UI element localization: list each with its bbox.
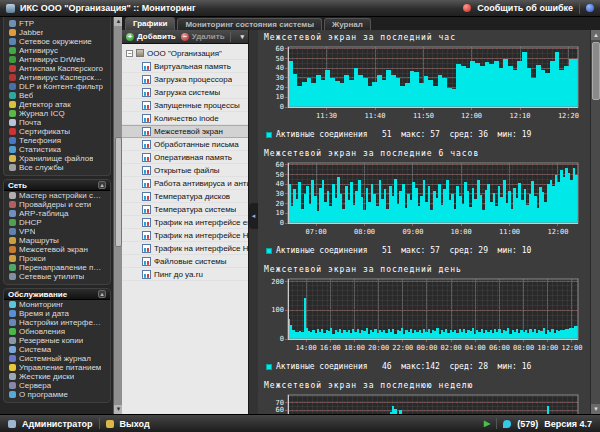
sidebar-scrollbar[interactable]: ▲ ▼ bbox=[113, 17, 122, 414]
tree-item[interactable]: Виртуальная память bbox=[122, 60, 248, 73]
tree-item[interactable]: Запущенные процессы bbox=[122, 99, 248, 112]
charts-scrollbar-thumb[interactable] bbox=[592, 42, 600, 100]
tree-item[interactable]: Загрузка системы bbox=[122, 86, 248, 99]
sidebar-item-firewall[interactable]: Межсетевой экран bbox=[4, 245, 110, 254]
sidebar-item-antivirus[interactable]: Антивирус bbox=[4, 46, 110, 55]
sidebar-item-statistics[interactable]: Статистика bbox=[4, 145, 110, 154]
add-button[interactable]: + Добавить bbox=[126, 32, 176, 41]
sidebar-item-servers[interactable]: Сервера bbox=[4, 381, 110, 390]
tree-item[interactable]: Открытые файлы bbox=[122, 164, 248, 177]
tree-item[interactable]: Трафик на интерфейсе Новый провайдер ( bbox=[122, 242, 248, 255]
remove-button[interactable]: − Удалить bbox=[181, 32, 225, 41]
collapse-section-icon[interactable]: ▴ bbox=[98, 181, 106, 189]
sidebar-item-vpn[interactable]: VPN bbox=[4, 227, 110, 236]
sidebar-item-icq-log[interactable]: Журнал ICQ bbox=[4, 109, 110, 118]
sidebar-section-header[interactable]: Обслуживание▴ bbox=[4, 289, 110, 300]
current-user-button[interactable]: Администратор bbox=[22, 419, 93, 429]
sidebar-item-backups[interactable]: Резервные копии bbox=[4, 336, 110, 345]
sidebar-item-proxy[interactable]: Прокси bbox=[4, 254, 110, 263]
charts-scrollbar[interactable]: ▲ ▼ bbox=[590, 30, 600, 414]
sidebar-scrollbar-thumb[interactable] bbox=[115, 137, 122, 247]
splitter-collapse-handle[interactable]: ◂ bbox=[249, 203, 258, 229]
sidebar-item-mail[interactable]: Почта bbox=[4, 118, 110, 127]
sidebar-item-port-forwarding[interactable]: Перенаправление портов bbox=[4, 263, 110, 272]
sidebar-item-label: Антиспам Касперского bbox=[19, 64, 103, 73]
svg-text:06:00: 06:00 bbox=[489, 344, 510, 352]
svg-text:60: 60 bbox=[276, 406, 284, 414]
tab-мониторинг[interactable]: Мониторинг состояния системы bbox=[177, 18, 322, 30]
tree-item[interactable]: Количество inode bbox=[122, 112, 248, 125]
sidebar-item-file-storage[interactable]: Хранилище файлов bbox=[4, 154, 110, 163]
sidebar-item-power-management[interactable]: Управление питанием bbox=[4, 363, 110, 372]
charts-panel: Межсетевой экран за последний час0102030… bbox=[258, 30, 590, 414]
chart-title: Межсетевой экран за последний час bbox=[262, 32, 590, 43]
tree-item[interactable]: Обработанные письма bbox=[122, 138, 248, 151]
svg-text:10:00: 10:00 bbox=[451, 228, 472, 236]
sidebar-item-web[interactable]: Веб bbox=[4, 91, 110, 100]
tree-item[interactable]: Работа антивируса и антиспама bbox=[122, 177, 248, 190]
tree-item[interactable]: Оперативная память bbox=[122, 151, 248, 164]
sidebar-item-kaspersky-antispam[interactable]: Антиспам Касперского bbox=[4, 64, 110, 73]
sidebar-item-routes[interactable]: Маршруты bbox=[4, 236, 110, 245]
sidebar-item-telephony[interactable]: Телефония bbox=[4, 136, 110, 145]
sidebar-item-label: Время и дата bbox=[19, 309, 69, 318]
tree-item[interactable]: Трафик на интерфейсе Новая локальная с bbox=[122, 229, 248, 242]
sidebar-item-kaspersky-antivirus[interactable]: Антивирус Касперского bbox=[4, 73, 110, 82]
tree-item[interactable]: Пинг до ya.ru bbox=[122, 268, 248, 281]
help-icon[interactable] bbox=[586, 4, 594, 12]
tree-item[interactable]: Межсетевой экран bbox=[122, 125, 248, 138]
tree-item[interactable]: Файловые системы bbox=[122, 255, 248, 268]
sidebar-item-updates[interactable]: Обновления bbox=[4, 327, 110, 336]
messages-count[interactable]: (579) bbox=[517, 419, 538, 429]
sidebar-item-drweb[interactable]: Антивирус DrWeb bbox=[4, 55, 110, 64]
sidebar-item-certificates[interactable]: Сертификаты bbox=[4, 127, 110, 136]
sidebar-item-network-utils[interactable]: Сетевые утилиты bbox=[4, 272, 110, 281]
sidebar-item-system[interactable]: Система bbox=[4, 345, 110, 354]
sidebar-item-network-neighborhood[interactable]: Сетевое окружение bbox=[4, 37, 110, 46]
chart-block: Межсетевой экран за последний день010020… bbox=[262, 264, 590, 372]
sidebar-item-label: Мониторинг bbox=[19, 300, 63, 309]
tree-item[interactable]: Трафик на интерфейсе em2 bbox=[122, 216, 248, 229]
panel-splitter[interactable]: ◂ bbox=[248, 30, 258, 414]
sidebar-item-interface-settings[interactable]: Настройки интерфейса bbox=[4, 318, 110, 327]
svg-text:12:10: 12:10 bbox=[509, 112, 530, 120]
sidebar-item-ftp[interactable]: FTP bbox=[4, 19, 110, 28]
sidebar-item-all-services[interactable]: Все службы bbox=[4, 163, 110, 172]
tree-item[interactable]: Температура системы bbox=[122, 203, 248, 216]
tab-графики[interactable]: Графики bbox=[125, 17, 175, 30]
scroll-up-icon[interactable]: ▲ bbox=[591, 30, 600, 40]
sidebar-item-arp-table[interactable]: ARP-таблица bbox=[4, 209, 110, 218]
scroll-down-icon[interactable]: ▼ bbox=[591, 404, 600, 414]
sidebar-item-attack-detector[interactable]: Детектор атак bbox=[4, 100, 110, 109]
footer-separator bbox=[496, 418, 497, 429]
collapse-section-icon[interactable]: ▴ bbox=[98, 290, 106, 298]
svg-text:10: 10 bbox=[276, 93, 284, 101]
sidebar-item-network-wizard[interactable]: Мастер настройки сети bbox=[4, 191, 110, 200]
tree-item[interactable]: Загрузка процессора bbox=[122, 73, 248, 86]
tab-журнал[interactable]: Журнал bbox=[324, 18, 371, 30]
sidebar-item-providers[interactable]: Провайдеры и сети bbox=[4, 200, 110, 209]
collapse-icon[interactable]: − bbox=[126, 50, 133, 57]
svg-text:12:00: 12:00 bbox=[561, 344, 582, 352]
sidebar-item-label: Управление питанием bbox=[19, 363, 101, 372]
scroll-down-icon[interactable]: ▼ bbox=[114, 405, 122, 414]
sidebar-item-dhcp[interactable]: DHCP bbox=[4, 218, 110, 227]
tree-root-row[interactable]: − ООО "Организация" bbox=[122, 47, 248, 60]
scroll-up-icon[interactable]: ▲ bbox=[114, 17, 122, 26]
file-storage-icon bbox=[9, 155, 16, 162]
sidebar-item-dlp-filter[interactable]: DLP и Контент-фильтр bbox=[4, 82, 110, 91]
sidebar-item-jabber[interactable]: Jabber bbox=[4, 28, 110, 37]
sidebar-item-about[interactable]: О программе bbox=[4, 390, 110, 399]
sidebar-item-hard-disks[interactable]: Жесткие диски bbox=[4, 372, 110, 381]
sidebar-item-monitoring[interactable]: Мониторинг bbox=[4, 300, 110, 309]
sidebar-section-header[interactable]: Сеть▴ bbox=[4, 180, 110, 191]
connection-arrow-icon[interactable]: ▶ bbox=[484, 420, 490, 428]
tree-item[interactable]: Температура дисков bbox=[122, 190, 248, 203]
updates-icon bbox=[9, 328, 16, 335]
report-error-button[interactable]: Сообщить об ошибке bbox=[477, 3, 573, 13]
chevron-down-icon[interactable]: ▾ bbox=[240, 33, 244, 41]
logout-button[interactable]: Выход bbox=[120, 419, 150, 429]
sidebar-item-system-log[interactable]: Системный журнал bbox=[4, 354, 110, 363]
tree-item-label: Количество inode bbox=[154, 112, 219, 125]
sidebar-item-datetime[interactable]: Время и дата bbox=[4, 309, 110, 318]
